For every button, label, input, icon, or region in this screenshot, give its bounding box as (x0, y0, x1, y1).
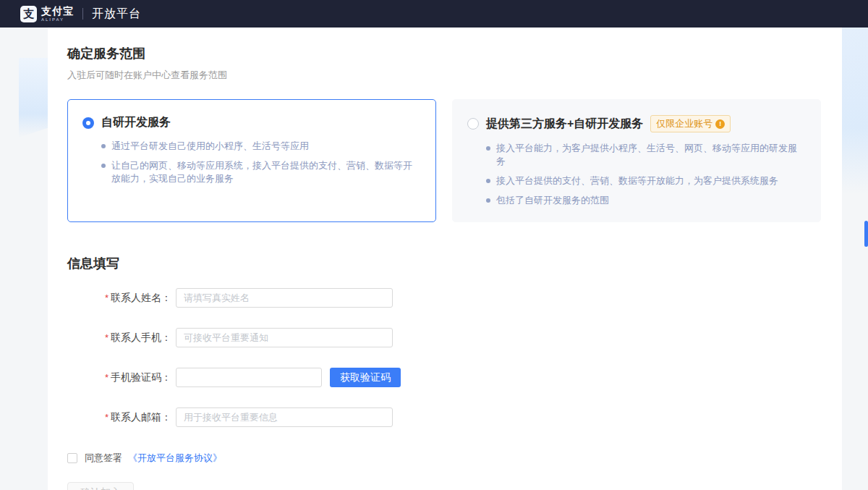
contact-email-input[interactable] (176, 407, 393, 427)
option-point: 包括了自研开发服务的范围 (486, 194, 804, 207)
option-points: 接入平台能力，为客户提供小程序、生活号、网页、移动等应用的研发服务 接入平台提供… (486, 142, 806, 207)
confirm-join-button[interactable]: 确认加入 (67, 482, 134, 490)
option-point: 接入平台能力，为客户提供小程序、生活号、网页、移动等应用的研发服务 (486, 142, 804, 168)
required-marker: * (105, 292, 109, 303)
option-point: 接入平台提供的支付、营销、数据等开放能力，为客户提供系统服务 (486, 174, 804, 187)
alipay-logo-en: ALIPAY (41, 17, 74, 22)
sms-code-input[interactable] (176, 368, 322, 387)
badge-label: 仅限企业账号 (656, 117, 712, 130)
contact-name-input[interactable] (176, 288, 393, 308)
field-label: 联系人邮箱： (111, 411, 171, 423)
radio-selected-icon[interactable] (82, 117, 94, 129)
info-icon: ! (715, 119, 725, 129)
form-row-contact-phone: *联系人手机： (67, 328, 822, 347)
service-scope-title: 确定服务范围 (67, 45, 822, 62)
alipay-logo-icon: 支 (20, 6, 37, 22)
field-label: 联系人手机： (111, 331, 171, 343)
service-option-cards: 自研开发服务 通过平台研发自己使用的小程序、生活号等应用 让自己的网页、移动等应… (67, 99, 822, 222)
option-title: 提供第三方服务+自研开发服务 (486, 117, 643, 132)
background-decoration-right (841, 28, 868, 194)
form-row-sms-code: *手机验证码： 获取验证码 (67, 368, 822, 387)
alipay-logo-cn: 支付宝 (41, 6, 74, 16)
option-card-self-dev[interactable]: 自研开发服务 通过平台研发自己使用的小程序、生活号等应用 让自己的网页、移动等应… (67, 99, 436, 222)
option-points: 通过平台研发自己使用的小程序、生活号等应用 让自己的网页、移动等应用系统，接入平… (101, 140, 421, 185)
get-sms-code-button[interactable]: 获取验证码 (330, 368, 401, 387)
contact-phone-input[interactable] (176, 328, 393, 347)
header-title: 开放平台 (92, 7, 141, 22)
agreement-text: 同意签署 (85, 452, 122, 465)
header-divider (82, 8, 83, 20)
alipay-logo-glyph: 支 (23, 7, 34, 21)
alipay-logo[interactable]: 支 支付宝 ALIPAY (20, 6, 74, 22)
app-header: 支 支付宝 ALIPAY 开放平台 (0, 0, 868, 28)
service-agreement-link[interactable]: 《开放平台服务协议》 (128, 452, 222, 465)
enterprise-only-badge: 仅限企业账号 ! (650, 115, 731, 132)
field-label: 联系人姓名： (111, 292, 171, 303)
form-row-contact-email: *联系人邮箱： (67, 407, 822, 427)
required-marker: * (105, 332, 109, 343)
service-scope-subtitle: 入驻后可随时在账户中心查看服务范围 (67, 69, 822, 82)
option-title: 自研开发服务 (101, 115, 171, 130)
option-point: 通过平台研发自己使用的小程序、生活号等应用 (101, 140, 420, 153)
agreement-row: 同意签署 《开放平台服务协议》 (67, 452, 822, 465)
form-row-contact-name: *联系人姓名： (67, 288, 822, 308)
required-marker: * (105, 412, 109, 423)
main-panel: 确定服务范围 入驻后可随时在账户中心查看服务范围 自研开发服务 通过平台研发自己… (48, 28, 842, 490)
radio-unselected-icon[interactable] (467, 118, 479, 130)
required-marker: * (105, 372, 109, 383)
field-label: 手机验证码： (111, 371, 171, 383)
scrollbar-thumb[interactable] (864, 221, 868, 247)
background-decoration-left (19, 58, 48, 138)
option-point: 让自己的网页、移动等应用系统，接入平台提供的支付、营销、数据等开放能力，实现自己… (101, 159, 420, 185)
info-form-title: 信息填写 (67, 255, 822, 272)
agreement-checkbox[interactable] (67, 453, 77, 463)
info-form: *联系人姓名： *联系人手机： *手机验证码： 获取验证码 *联系人邮箱： (67, 288, 822, 490)
option-card-third-party[interactable]: 提供第三方服务+自研开发服务 仅限企业账号 ! 接入平台能力，为客户提供小程序、… (452, 99, 821, 222)
